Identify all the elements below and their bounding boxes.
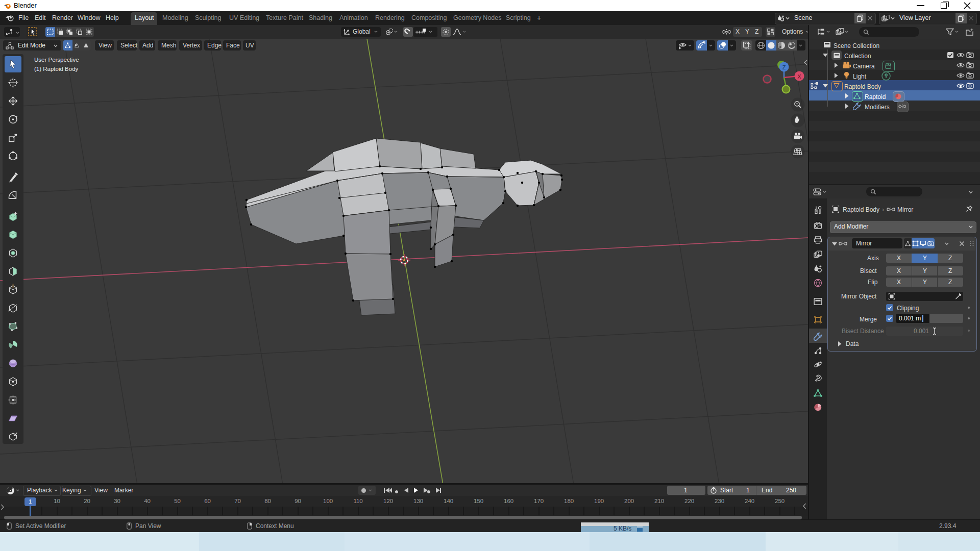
svg-text:User Perspective: User Perspective [34, 57, 79, 63]
svg-text:(1) Raptoid Body: (1) Raptoid Body [34, 66, 79, 72]
svg-text:Z: Z [782, 64, 786, 70]
svg-text:X: X [797, 73, 801, 80]
